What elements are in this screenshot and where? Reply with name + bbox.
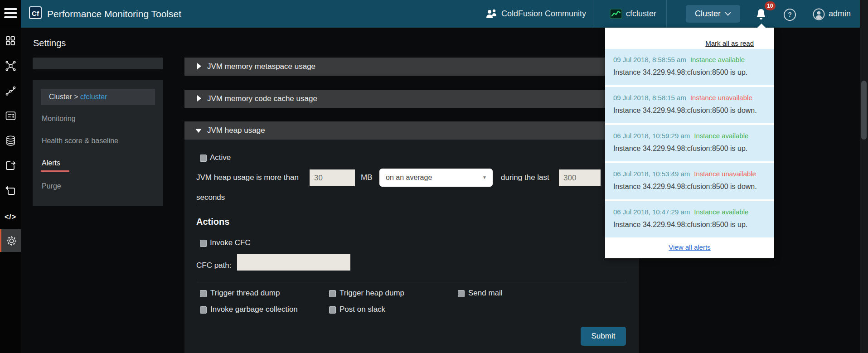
dropdown-caret xyxy=(757,24,766,28)
username-label[interactable]: admin xyxy=(829,0,851,28)
caret-right-icon xyxy=(197,63,201,69)
community-people-icon xyxy=(485,9,498,19)
duration-unit: seconds xyxy=(196,193,225,202)
notification-status: Instance available xyxy=(694,208,748,216)
cluster-scope-dropdown[interactable]: Cluster xyxy=(686,5,740,23)
hamburger-menu-icon[interactable] xyxy=(0,0,21,28)
help-icon[interactable]: ? xyxy=(784,9,796,21)
performance-monitoring-toolset: Cf Performance Monitoring Toolset ColdFu… xyxy=(0,0,868,353)
notification-item[interactable]: 06 Jul 2018, 10:47:29 amInstance availab… xyxy=(605,201,774,237)
threshold-input[interactable] xyxy=(310,169,355,186)
divider xyxy=(196,205,627,205)
heap-usage-panel: Active JVM heap usage is more than MB on… xyxy=(184,140,639,353)
notification-item[interactable]: 09 Jul 2018, 8:58:55 amInstance availabl… xyxy=(605,49,774,85)
accordion-heap[interactable]: JVM heap usage xyxy=(184,121,639,140)
sidebar-item-monitoring[interactable]: Monitoring xyxy=(42,114,76,123)
header-divider xyxy=(666,0,667,28)
left-icon-rail: </> xyxy=(0,28,21,353)
trigger-heap-dump-checkbox[interactable] xyxy=(329,290,336,297)
duration-input[interactable] xyxy=(559,169,601,186)
notification-status: Instance unavailable xyxy=(694,170,756,178)
settings-nav-panel: Cluster > cfcluster Monitoring Health sc… xyxy=(33,80,163,206)
accordion-metaspace-label: JVM memory metaspace usage xyxy=(207,58,315,76)
sidebar-item-purge[interactable]: Purge xyxy=(42,182,61,191)
sidebar-item-alerts[interactable]: Alerts xyxy=(42,159,60,168)
notification-timestamp: 06 Jul 2018, 10:47:29 am xyxy=(613,208,690,216)
notification-bell-icon[interactable] xyxy=(755,8,767,20)
mark-all-as-read-link[interactable]: Mark all as read xyxy=(705,39,754,47)
notification-status: Instance available xyxy=(690,56,745,63)
notification-message: Instance 34.229.94.98:cfusion:8500 is up… xyxy=(613,68,747,77)
accordion-code-cache[interactable]: JVM memory code cache usage xyxy=(184,90,639,108)
database-icon[interactable] xyxy=(0,135,21,146)
select-caret-icon: ▼ xyxy=(482,169,487,187)
actions-title: Actions xyxy=(196,217,229,227)
active-item-underline xyxy=(41,170,69,172)
sidebar-item-health-score[interactable]: Health score & baseline xyxy=(42,136,118,145)
breadcrumb-current-cluster[interactable]: cfcluster xyxy=(80,93,107,101)
user-avatar-icon[interactable] xyxy=(813,8,825,20)
divider xyxy=(196,282,627,282)
invoke-cfc-label: Invoke CFC xyxy=(210,238,251,247)
send-mail-label: Send mail xyxy=(468,289,503,298)
current-cluster-name[interactable]: cfcluster xyxy=(626,0,656,28)
chevron-down-icon xyxy=(725,12,731,16)
page-title: Settings xyxy=(33,38,66,48)
aggregation-select[interactable]: on an average ▼ xyxy=(379,169,493,187)
settings-gear-active-item[interactable] xyxy=(0,229,21,252)
cfc-path-input[interactable] xyxy=(237,254,350,271)
notification-count-badge[interactable]: 10 xyxy=(765,1,776,10)
coldfusion-logo: Cf xyxy=(29,6,42,19)
invoke-gc-checkbox[interactable] xyxy=(200,306,207,314)
active-label: Active xyxy=(210,153,231,162)
settings-gear-icon xyxy=(5,235,18,247)
accordion-code-cache-label: JVM memory code cache usage xyxy=(207,90,317,108)
condition-middle: during the last xyxy=(501,173,549,182)
trigger-thread-dump-checkbox[interactable] xyxy=(200,290,207,297)
notification-message: Instance 34.229.94.98:cfusion:8500 is do… xyxy=(613,183,757,191)
view-all-alerts-link[interactable]: View all alerts xyxy=(669,243,710,251)
page-scrollbar-track[interactable] xyxy=(860,0,868,353)
threshold-unit: MB xyxy=(361,173,373,182)
header-divider xyxy=(593,0,593,28)
coldfusion-community-link[interactable]: ColdFusion Community xyxy=(501,0,586,28)
accordion-metaspace[interactable]: JVM memory metaspace usage xyxy=(184,58,639,76)
list-panel-icon[interactable] xyxy=(0,110,21,121)
restore-icon[interactable] xyxy=(0,185,21,196)
cfcluster-chart-icon xyxy=(610,9,622,19)
post-on-slack-checkbox[interactable] xyxy=(329,306,336,314)
notification-timestamp: 06 Jul 2018, 10:53:49 am xyxy=(613,170,690,178)
send-mail-checkbox[interactable] xyxy=(458,290,465,297)
settings-search-bar[interactable] xyxy=(33,58,163,69)
active-checkbox[interactable] xyxy=(200,155,207,162)
external-link-icon[interactable] xyxy=(0,160,21,170)
notification-item[interactable]: 09 Jul 2018, 8:58:15 amInstance unavaila… xyxy=(605,87,774,123)
breadcrumb-prefix: Cluster > xyxy=(49,93,80,101)
notification-message: Instance 34.229.94.98:cfusion:8500 is up… xyxy=(613,221,747,229)
metrics-path-icon[interactable] xyxy=(0,85,21,96)
notification-timestamp: 06 Jul 2018, 10:59:29 am xyxy=(613,132,690,140)
breadcrumb[interactable]: Cluster > cfcluster xyxy=(41,89,155,105)
cluster-scope-label: Cluster xyxy=(695,9,721,19)
notifications-dropdown: Mark all as read 09 Jul 2018, 8:58:55 am… xyxy=(605,28,774,258)
notification-item[interactable]: 06 Jul 2018, 10:53:49 amInstance unavail… xyxy=(605,163,774,199)
cfc-path-label: CFC path: xyxy=(196,261,231,270)
topology-icon[interactable] xyxy=(0,60,21,71)
page-scrollbar-thumb[interactable] xyxy=(861,81,867,140)
caret-down-icon xyxy=(195,129,202,133)
app-title: Performance Monitoring Toolset xyxy=(47,0,181,28)
dashboard-icon[interactable] xyxy=(0,35,21,46)
notification-message: Instance 34.229.94.98:cfusion:8500 is up… xyxy=(613,145,747,153)
trigger-heap-dump-label: Trigger heap dump xyxy=(339,289,404,298)
code-icon[interactable]: </> xyxy=(0,212,21,222)
caret-right-icon xyxy=(197,95,201,102)
aggregation-selected-value: on an average xyxy=(386,174,432,181)
notification-status: Instance unavailable xyxy=(690,94,752,102)
notification-timestamp: 09 Jul 2018, 8:58:55 am xyxy=(613,56,686,63)
header-bar: Cf Performance Monitoring Toolset ColdFu… xyxy=(0,0,868,28)
notification-item[interactable]: 06 Jul 2018, 10:59:29 amInstance availab… xyxy=(605,125,774,161)
trigger-thread-dump-label: Trigger thread dump xyxy=(210,289,280,298)
notification-timestamp: 09 Jul 2018, 8:58:15 am xyxy=(613,94,686,102)
invoke-cfc-checkbox[interactable] xyxy=(200,240,207,247)
submit-button[interactable]: Submit xyxy=(581,327,626,346)
